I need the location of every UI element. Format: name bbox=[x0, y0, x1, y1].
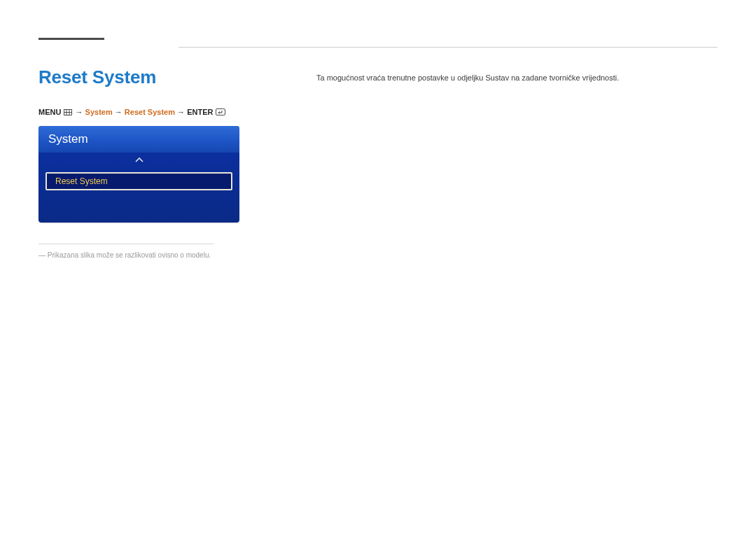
body-text: Ta mogućnost vraća trenutne postavke u o… bbox=[316, 72, 718, 84]
osd-header: System bbox=[38, 126, 239, 153]
top-divider bbox=[178, 47, 718, 48]
footnote: ― Prikazana slika može se razlikovati ov… bbox=[38, 251, 276, 259]
osd-spacer bbox=[38, 195, 239, 223]
osd-scroll-up[interactable] bbox=[38, 153, 239, 168]
section-tab-marker bbox=[38, 38, 104, 40]
breadcrumb-arrow-2: → bbox=[115, 108, 122, 116]
breadcrumb-menu: MENU bbox=[38, 108, 61, 116]
svg-rect-4 bbox=[216, 109, 225, 115]
osd-item-wrap: Reset System bbox=[38, 168, 239, 195]
breadcrumb-arrow-1: → bbox=[76, 108, 83, 116]
footnote-dash: ― bbox=[38, 251, 46, 259]
osd-panel: System Reset System bbox=[38, 126, 239, 223]
left-column: Reset System MENU → System → Reset Syste… bbox=[38, 66, 276, 259]
osd-item-reset-system[interactable]: Reset System bbox=[46, 172, 232, 190]
page-title: Reset System bbox=[38, 66, 276, 88]
footnote-text: Prikazana slika može se razlikovati ovis… bbox=[48, 251, 211, 259]
menu-grid-icon bbox=[64, 108, 72, 115]
page: Reset System MENU → System → Reset Syste… bbox=[0, 0, 756, 534]
breadcrumb-system: System bbox=[85, 108, 113, 116]
right-column: Ta mogućnost vraća trenutne postavke u o… bbox=[316, 72, 718, 84]
enter-icon bbox=[216, 108, 224, 115]
chevron-up-icon bbox=[134, 157, 144, 163]
footnote-divider bbox=[38, 244, 214, 244]
breadcrumb-enter: ENTER bbox=[187, 108, 213, 116]
breadcrumb-reset-system: Reset System bbox=[125, 108, 175, 116]
breadcrumb-arrow-3: → bbox=[177, 108, 185, 116]
breadcrumb: MENU → System → Reset System → ENTER bbox=[38, 108, 276, 116]
